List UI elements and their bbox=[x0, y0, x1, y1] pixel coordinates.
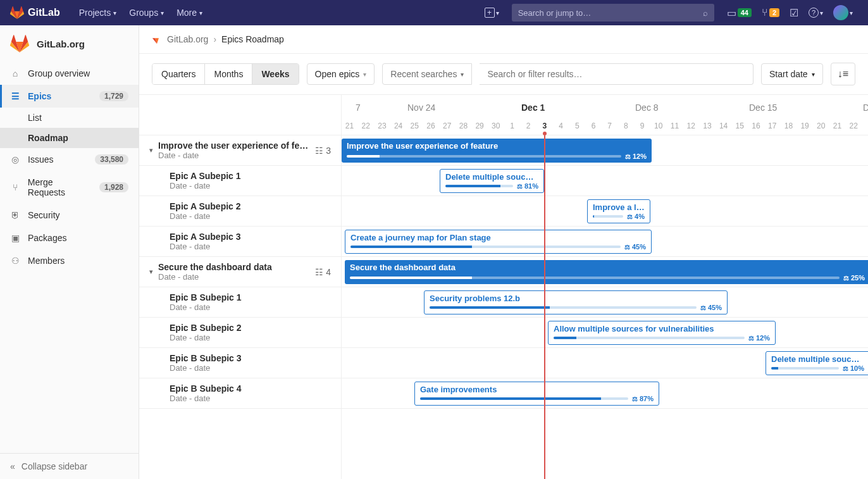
avatar bbox=[833, 5, 848, 20]
day-label: 22 bbox=[358, 121, 374, 130]
day-label: 18 bbox=[781, 121, 797, 130]
chevron-down-icon: ▾ bbox=[496, 9, 499, 16]
sidebar-item-epics[interactable]: ☰Epics1,729 bbox=[0, 85, 139, 108]
epic-bar[interactable]: Improve the user experience of feature⚖ … bbox=[342, 139, 652, 163]
epic-bar[interactable]: Secure the dashboard data⚖ 25% bbox=[345, 260, 868, 284]
day-label: 2 bbox=[521, 121, 536, 130]
timeline-row: Improve a l…⚖ 4% bbox=[342, 196, 868, 227]
chevron-down-icon: ▾ bbox=[363, 71, 366, 78]
timeline-row: Security problems 12.b⚖ 45% bbox=[342, 287, 868, 318]
gitlab-icon bbox=[10, 34, 29, 53]
epic-list-row[interactable]: Epic A Subepic 2Date - date bbox=[139, 196, 341, 227]
sidebar-sub-roadmap[interactable]: Roadmap bbox=[0, 128, 139, 148]
epic-list-row[interactable]: Epic B Subepic 3Date - date bbox=[139, 348, 341, 378]
weight-icon: ⚖ bbox=[627, 213, 633, 220]
user-menu[interactable]: ▾ bbox=[828, 0, 858, 25]
progress-track bbox=[347, 155, 621, 158]
day-label: 4 bbox=[553, 121, 569, 130]
progress-label: ⚖ 12% bbox=[748, 334, 770, 342]
sidebar-item-issues[interactable]: ◎Issues33,580 bbox=[0, 148, 139, 171]
sidebar-item-packages[interactable]: ▣Packages bbox=[0, 227, 139, 249]
day-label: 8 bbox=[618, 121, 634, 130]
check-icon: ☑ bbox=[790, 7, 798, 19]
collapse-sidebar-button[interactable]: «Collapse sidebar bbox=[0, 453, 139, 479]
merge-requests-button[interactable]: ⑂2 bbox=[757, 0, 784, 25]
epic-title: Epic B Subepic 4 bbox=[170, 383, 331, 394]
mr-count: 1,928 bbox=[99, 182, 128, 192]
nav-projects[interactable]: Projects▾ bbox=[73, 0, 123, 25]
weight-icon: ⚖ bbox=[843, 365, 848, 372]
epic-bar[interactable]: Delete multiple souc…⚖ 10% bbox=[766, 351, 868, 375]
expand-icon[interactable]: ▾ bbox=[149, 146, 153, 154]
sidebar-item-overview[interactable]: ⌂Group overview bbox=[0, 62, 139, 85]
plus-icon: + bbox=[485, 8, 495, 18]
timeline-row: Improve the user experience of feature⚖ … bbox=[342, 135, 868, 166]
epics-count: 1,729 bbox=[99, 91, 128, 101]
timescale-weeks[interactable]: Weeks bbox=[252, 64, 298, 84]
gitlab-logo[interactable]: GitLab bbox=[10, 6, 60, 20]
sort-dropdown[interactable]: Start date▾ bbox=[761, 63, 823, 85]
sort-direction-button[interactable]: ↓≡ bbox=[831, 63, 855, 85]
epic-list-row[interactable]: Epic B Subepic 2Date - date bbox=[139, 318, 341, 348]
nav-more[interactable]: More▾ bbox=[170, 0, 209, 25]
issues-button[interactable]: ☑ bbox=[784, 0, 803, 25]
bar-title: Delete multiple souc… bbox=[771, 354, 864, 364]
epic-icon: ☷ bbox=[315, 146, 323, 156]
epic-bar[interactable]: Allow multiple sources for vulnerabiliti… bbox=[548, 321, 776, 345]
sidebar-item-security[interactable]: ⛨Security bbox=[0, 204, 139, 227]
chevron-down-icon: ▾ bbox=[850, 9, 853, 16]
filter-input[interactable] bbox=[480, 63, 753, 85]
timescale-quarters[interactable]: Quarters bbox=[152, 64, 204, 84]
home-icon: ⌂ bbox=[10, 68, 20, 78]
epic-list-row[interactable]: Epic A Subepic 1Date - date bbox=[139, 166, 341, 196]
day-label: 9 bbox=[635, 121, 650, 130]
global-search-input[interactable]: Search or jump to… ⌕ bbox=[512, 4, 714, 22]
nav-groups[interactable]: Groups▾ bbox=[123, 0, 170, 25]
timescale-segmented-control: Quarters Months Weeks bbox=[152, 63, 299, 85]
timescale-months[interactable]: Months bbox=[204, 64, 252, 84]
day-label: 10 bbox=[650, 121, 666, 130]
epic-date: Date - date bbox=[158, 272, 315, 282]
sidebar-header[interactable]: GitLab.org bbox=[0, 25, 139, 62]
epic-list-row[interactable]: Epic B Subepic 1Date - date bbox=[139, 287, 341, 318]
progress-track bbox=[771, 367, 839, 370]
epic-date: Date - date bbox=[170, 333, 331, 342]
todos-button[interactable]: ▭44 bbox=[722, 0, 757, 25]
day-label: 6 bbox=[586, 121, 602, 130]
epic-bar[interactable]: Create a journey map for Plan stage⚖ 45% bbox=[345, 230, 652, 254]
epic-date: Date - date bbox=[170, 302, 331, 312]
chevron-down-icon: ▾ bbox=[812, 71, 815, 78]
epic-title: Epic B Subepic 3 bbox=[170, 353, 331, 363]
sidebar-item-members[interactable]: ⚇Members bbox=[0, 249, 139, 272]
breadcrumb-group[interactable]: GitLab.org bbox=[167, 34, 208, 44]
day-label: 14 bbox=[716, 121, 731, 130]
progress-label: ⚖ 81% bbox=[517, 182, 538, 190]
expand-icon[interactable]: ▾ bbox=[149, 268, 153, 276]
epic-list-row[interactable]: Epic B Subepic 4Date - date bbox=[139, 378, 341, 409]
epic-bar[interactable]: Gate improvements⚖ 87% bbox=[414, 382, 659, 406]
epic-list-row[interactable]: ▾Improve the user experience of fe…Date … bbox=[139, 135, 341, 166]
epic-list-row[interactable]: Epic A Subepic 3Date - date bbox=[139, 227, 341, 257]
bar-title: Create a journey map for Plan stage bbox=[350, 233, 646, 242]
epic-bar[interactable]: Security problems 12.b⚖ 45% bbox=[424, 290, 728, 314]
epic-bar[interactable]: Improve a l…⚖ 4% bbox=[587, 199, 650, 223]
roadmap: ▾Improve the user experience of fe…Date … bbox=[139, 94, 868, 479]
breadcrumb: GitLab.org › Epics Roadmap bbox=[139, 25, 868, 54]
bar-title: Improve the user experience of feature bbox=[347, 141, 647, 151]
sidebar-sub-list[interactable]: List bbox=[0, 108, 139, 128]
recent-searches-dropdown[interactable]: Recent searches▾ bbox=[382, 63, 472, 85]
sidebar-item-merge-requests[interactable]: ⑂Merge Requests1,928 bbox=[0, 171, 139, 204]
search-icon: ⌕ bbox=[703, 8, 708, 18]
timeline-row: Gate improvements⚖ 87% bbox=[342, 378, 868, 409]
epic-bar[interactable]: Delete multiple souc…⚖ 81% bbox=[440, 169, 544, 193]
shield-icon: ⛨ bbox=[10, 210, 20, 220]
help-button[interactable]: ?▾ bbox=[803, 0, 828, 25]
epic-status-dropdown[interactable]: Open epics▾ bbox=[307, 63, 375, 85]
bar-title: Delete multiple souc… bbox=[445, 172, 538, 182]
epic-list-row[interactable]: ▾Secure the dashboard dataDate - date☷ 4 bbox=[139, 257, 341, 287]
create-new-button[interactable]: +▾ bbox=[480, 0, 504, 25]
timeline-panel[interactable]: 7Nov 24Dec 1Dec 8Dec 15D 212223242526272… bbox=[342, 95, 868, 479]
timeline-row: Create a journey map for Plan stage⚖ 45% bbox=[342, 227, 868, 257]
day-label: 15 bbox=[732, 121, 748, 130]
week-label: Dec 15 bbox=[749, 103, 777, 113]
